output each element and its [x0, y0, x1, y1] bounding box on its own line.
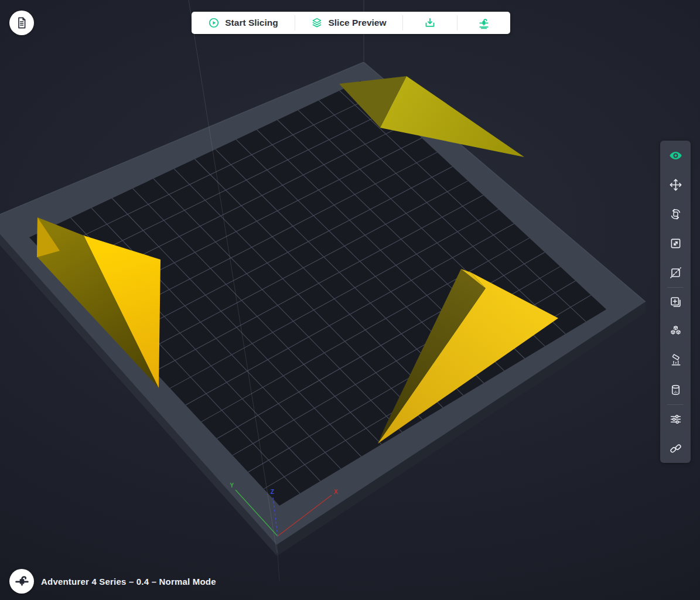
top-toolbar: Start Slicing Slice Preview: [192, 12, 510, 34]
viewport-3d[interactable]: XYZ: [0, 0, 700, 600]
tool-sidebar: [660, 141, 691, 463]
sidebar-tool-rotate[interactable]: [660, 199, 691, 229]
start-slicing-button[interactable]: Start Slicing: [192, 12, 295, 34]
sidebar-divider: [667, 404, 684, 405]
save-gcode-button[interactable]: [403, 12, 457, 34]
printer-icon: [477, 16, 490, 29]
sidebar-tool-add-model[interactable]: [660, 287, 691, 316]
sidebar-tool-supports[interactable]: [660, 346, 691, 375]
sidebar-divider: [667, 287, 684, 288]
machine-info-label: Adventurer 4 Series – 0.4 – Normal Mode: [41, 577, 216, 587]
sidebar-tool-link[interactable]: [660, 434, 691, 463]
download-icon: [424, 16, 436, 29]
eye-icon: [668, 148, 683, 163]
axis-label-y: Y: [230, 482, 234, 489]
sidebar-tool-cut[interactable]: [660, 258, 691, 287]
sidebar-tool-material[interactable]: [660, 375, 691, 404]
cut-icon: [669, 266, 682, 279]
slice-preview-button[interactable]: Slice Preview: [295, 12, 402, 34]
add-icon: [669, 295, 682, 309]
sidebar-tool-settings[interactable]: [660, 404, 691, 434]
sidebar-tool-arrange[interactable]: [660, 316, 691, 346]
slicer-app: XYZ Start Slicing Slice Preview: [0, 0, 700, 600]
start-slicing-label: Start Slicing: [225, 18, 278, 28]
link-icon: [669, 442, 682, 455]
arrange-icon: [669, 325, 682, 338]
supports-icon: [669, 354, 682, 367]
axis-label-z: Z: [271, 489, 274, 495]
slice-preview-label: Slice Preview: [328, 18, 386, 28]
layers-icon: [311, 17, 323, 29]
sliders-icon: [669, 412, 682, 426]
scale-icon: [669, 237, 682, 250]
sidebar-tool-view[interactable]: [660, 141, 691, 170]
move-icon: [669, 178, 682, 192]
document-icon: [15, 16, 29, 30]
play-circle-icon: [208, 17, 220, 29]
rotate-icon: [669, 207, 682, 221]
cylinder-icon: [669, 383, 682, 397]
sidebar-tool-move[interactable]: [660, 170, 691, 199]
sidebar-tool-scale[interactable]: [660, 229, 691, 258]
open-file-button[interactable]: [9, 11, 34, 35]
printer-logo: [9, 569, 34, 594]
extruder-icon: [14, 574, 30, 589]
send-to-printer-button[interactable]: [457, 12, 510, 34]
axis-label-x: X: [334, 489, 338, 495]
